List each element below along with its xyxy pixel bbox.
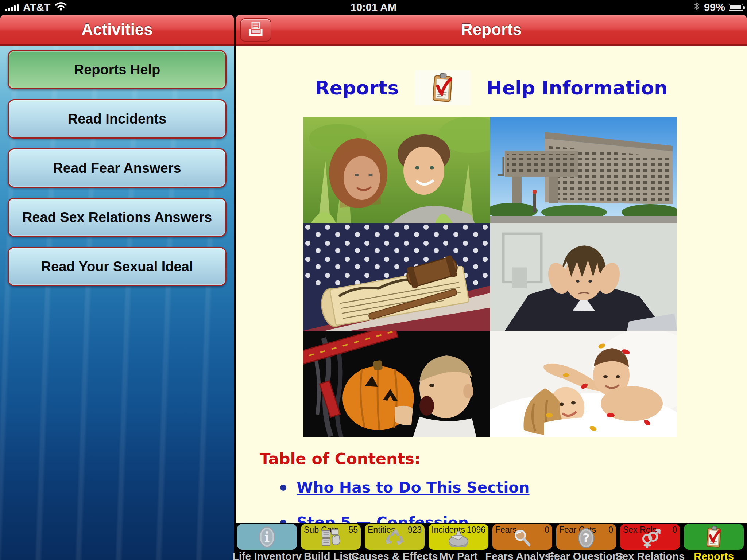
clipboard-checklist-icon: [415, 70, 470, 105]
reports-help-content: Reports Help Information: [236, 46, 747, 523]
tab-fears-analysis[interactable]: Fears 0 Fears Analysis: [492, 524, 552, 560]
heading-help-information: Help Information: [486, 77, 667, 99]
pie-chart-icon: [429, 526, 488, 550]
sidebar-title: Activities: [81, 20, 153, 39]
recycle-icon: [365, 526, 425, 550]
tab-reports[interactable]: Reports: [684, 524, 744, 560]
tab-life-inventory[interactable]: i Life Inventory: [237, 524, 297, 560]
photo-couple-in-grass: [303, 117, 490, 223]
photo-stressed-man: [490, 223, 677, 331]
clipboard-checklist-icon: [684, 524, 744, 550]
tab-causes-effects[interactable]: Entities 923: [365, 524, 425, 560]
table-of-contents: Table of Contents: Who Has to Do This Se…: [260, 450, 530, 523]
sidebar-item-read-incidents[interactable]: Read Incidents: [8, 99, 227, 139]
toc-link-who-has-to-do-this-section[interactable]: Who Has to Do This Section: [297, 479, 530, 496]
svg-text:i: i: [264, 529, 270, 545]
magnifier-icon: [492, 526, 552, 550]
bluetooth-icon: [693, 1, 700, 13]
sidebar-header: Activities: [0, 15, 234, 46]
photo-collage: [303, 117, 677, 438]
printer-icon: [247, 21, 264, 39]
gender-symbols-icon: [620, 526, 680, 550]
battery-percent: 99%: [704, 1, 725, 13]
battery-icon: [729, 4, 743, 11]
heading-reports: Reports: [315, 77, 399, 99]
reports-panel: Reports Reports: [236, 15, 747, 560]
bullet-icon: [280, 485, 286, 491]
sidebar-item-read-your-sexual-ideal[interactable]: Read Your Sexual Ideal: [8, 247, 227, 286]
tab-fear-questions[interactable]: Fear Cats 0 ? Fear Questions: [556, 524, 616, 560]
reports-header-title: Reports: [461, 20, 522, 39]
activities-sidebar: Activities Reports Help Read Incidents R…: [0, 15, 234, 560]
info-icon: i: [237, 524, 297, 550]
sidebar-item-read-fear-answers[interactable]: Read Fear Answers: [8, 148, 227, 188]
svg-text:?: ?: [582, 531, 589, 545]
list-item: Who Has to Do This Section: [280, 479, 530, 496]
sidebar-item-read-sex-relations-answers[interactable]: Read Sex Relations Answers: [8, 198, 227, 237]
status-bar: AT&T 10:01 AM 99%: [0, 0, 747, 15]
sidebar-item-reports-help[interactable]: Reports Help: [8, 50, 227, 89]
reports-header: Reports: [236, 15, 747, 46]
photo-government-building: [490, 117, 677, 223]
photo-constitution-gavel-flag: [303, 223, 490, 331]
tab-my-part[interactable]: Incidents 1096 My Part: [429, 524, 488, 560]
photo-boy-with-pumpkin: [303, 331, 490, 438]
page-heading: Reports Help Information: [236, 69, 747, 107]
toc-heading: Table of Contents:: [260, 450, 530, 468]
bottom-tab-bar: i Life Inventory Sub Cats 55: [236, 523, 747, 560]
toc-link-step-5-confession[interactable]: Step 5 — Confession: [297, 514, 469, 523]
card-files-icon: [301, 526, 361, 550]
print-button[interactable]: [240, 18, 271, 42]
clock: 10:01 AM: [351, 1, 396, 13]
question-badge-icon: ?: [556, 526, 616, 550]
bullet-icon: [280, 520, 286, 524]
photo-couple-in-bed: [490, 331, 677, 438]
tab-sex-relations[interactable]: Sex Rels 0 Sex Relations: [620, 524, 680, 560]
list-item: Step 5 — Confession: [280, 514, 530, 523]
